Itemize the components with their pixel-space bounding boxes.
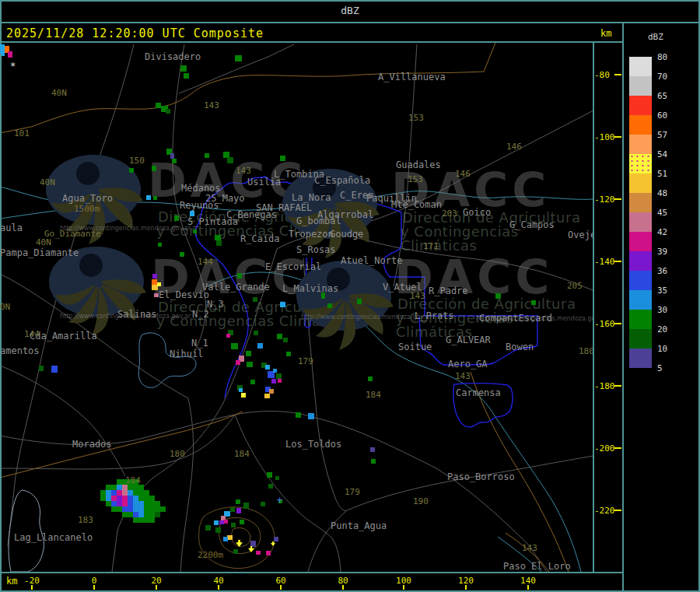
echo-pixel xyxy=(174,215,179,221)
scale-tick-label: 80 xyxy=(657,53,667,61)
echo-pixel xyxy=(39,366,44,371)
echo-pixel xyxy=(138,506,144,512)
road-label: 190 xyxy=(413,497,429,506)
echo-pixel xyxy=(193,229,197,233)
echo-pixel xyxy=(166,109,170,114)
echo-pixel xyxy=(111,501,117,506)
echo-pixel xyxy=(117,496,122,501)
echo-pixel xyxy=(184,73,189,79)
scale-color-block xyxy=(629,212,652,232)
place-label: Los_Toldos xyxy=(285,440,341,449)
place-label: Goudge xyxy=(330,229,363,239)
echo-pixel xyxy=(152,274,157,278)
road-label: 40N xyxy=(51,89,67,97)
x-tick-mark xyxy=(465,585,467,590)
place-label: Salinas xyxy=(117,310,157,319)
road-label: 144 xyxy=(198,257,213,266)
echo-pixel xyxy=(106,496,111,501)
echo-pixel xyxy=(122,506,128,512)
place-label: S_Rosas xyxy=(296,245,336,254)
echo-pixel xyxy=(100,496,106,501)
echo-pixel xyxy=(138,490,144,496)
echo-pixel xyxy=(138,485,144,490)
echo-pixel xyxy=(155,501,160,506)
x-tick-mark xyxy=(342,585,344,590)
road-label: Go_Diamante xyxy=(44,229,101,238)
scale-color-block xyxy=(629,349,652,368)
contour-label: 2200m xyxy=(198,551,223,559)
echo-pixel xyxy=(149,496,155,501)
map-border-bottom xyxy=(0,572,622,573)
y-tick-mark xyxy=(614,385,621,387)
road-label: 143 xyxy=(455,372,471,380)
echo-pixel xyxy=(149,501,155,506)
place-label: Guadales xyxy=(396,160,441,170)
echo-pixel xyxy=(156,103,161,108)
echo-pixel xyxy=(271,379,276,384)
echo-pixel xyxy=(138,517,144,523)
echo-pixel xyxy=(236,499,240,504)
echo-pixel xyxy=(122,496,128,501)
road-label: 180 xyxy=(579,347,593,356)
place-label: E_Escorial xyxy=(265,262,321,271)
y-tick-mark xyxy=(614,261,621,262)
echo-pixel xyxy=(8,51,12,58)
place-label: Lag_Llancanelo xyxy=(14,533,93,542)
place-label: La_Nora xyxy=(292,193,331,202)
road-label: 40N xyxy=(36,238,51,247)
place-label: Médanos xyxy=(181,184,221,193)
echo-pixel xyxy=(296,412,301,418)
echo-pixel xyxy=(216,240,222,246)
echo-pixel xyxy=(133,485,138,490)
echo-pixel xyxy=(172,159,177,163)
frame-left xyxy=(0,0,2,592)
road-label: 0N xyxy=(0,303,10,311)
road-label: 143 xyxy=(522,544,537,552)
place-label: Morados xyxy=(72,440,112,449)
echo-pixel xyxy=(371,459,376,464)
echo-pixel xyxy=(241,393,246,398)
x-tick-mark xyxy=(280,585,282,590)
road-label: 146 xyxy=(506,142,522,151)
road-label: 150 xyxy=(129,156,145,165)
echo-pixel xyxy=(240,520,244,524)
echo-pixel xyxy=(111,485,117,490)
echo-pixel xyxy=(106,490,111,496)
scale-color-block xyxy=(629,154,652,173)
echo-pixel xyxy=(247,362,253,367)
echo-pixel xyxy=(128,512,133,517)
echo-pixel xyxy=(144,517,149,523)
echo-pixel xyxy=(170,153,174,159)
scale-tick-label: 54 xyxy=(657,150,667,159)
road-label: 183 xyxy=(78,516,93,524)
x-tick-label: 80 xyxy=(326,576,360,585)
echo-pixel xyxy=(274,537,278,541)
place-label: G_Campos xyxy=(509,220,555,229)
x-tick-label: 140 xyxy=(511,576,545,585)
echo-pixel xyxy=(160,506,166,512)
road-label: 184 xyxy=(366,391,381,399)
scale-tick-label: 57 xyxy=(657,131,667,139)
radar-window: dBZ 2025/11/28 12:20:00 UTC Composite km xyxy=(0,0,700,592)
scale-tick-label: 42 xyxy=(657,228,667,236)
echo-pixel xyxy=(144,496,149,501)
echo-pixel xyxy=(144,501,149,506)
y-tick-mark xyxy=(614,74,621,75)
x-tick-mark xyxy=(93,585,95,590)
echo-pixel xyxy=(117,479,122,485)
x-tick-mark xyxy=(218,585,219,590)
road-label: 179 xyxy=(345,488,360,496)
road-label: 101 xyxy=(14,129,30,138)
echo-pixel xyxy=(117,490,122,496)
echo-pixel xyxy=(111,490,117,496)
echo-pixel xyxy=(133,496,138,501)
echo-pixel xyxy=(155,506,160,512)
echo-pixel xyxy=(122,485,128,490)
scale-panel-divider xyxy=(622,22,624,592)
y-tick-mark xyxy=(614,510,621,511)
echo-pixel xyxy=(157,282,161,286)
echo-pixel xyxy=(100,490,106,496)
place-label: Mte_Coman xyxy=(391,200,442,209)
x-tick-mark xyxy=(527,585,529,590)
scale-color-block xyxy=(629,96,652,115)
